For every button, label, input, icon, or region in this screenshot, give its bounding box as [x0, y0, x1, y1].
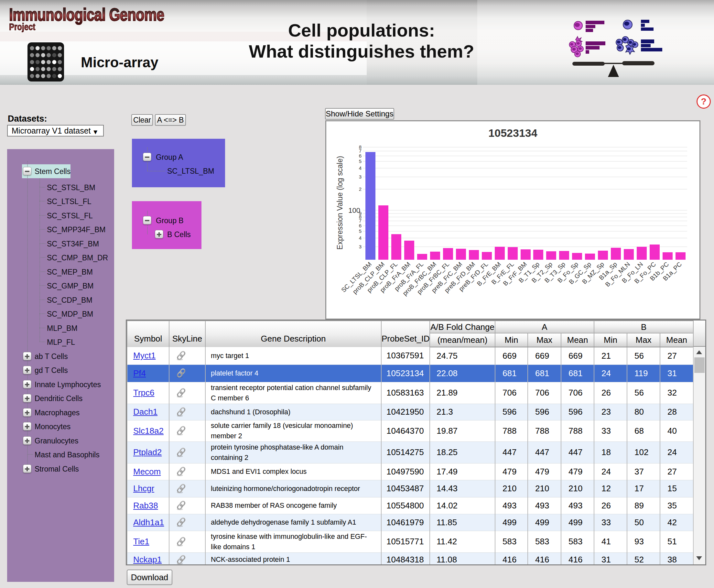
svg-text:10523134: 10523134	[488, 127, 537, 139]
svg-text:5: 5	[359, 159, 362, 164]
svg-text:6: 6	[359, 223, 362, 228]
svg-text:4: 4	[359, 235, 362, 240]
svg-text:2: 2	[359, 186, 362, 192]
svg-text:100: 100	[348, 206, 360, 214]
svg-text:5: 5	[359, 228, 362, 234]
svg-text:4: 4	[359, 165, 362, 171]
svg-text:3: 3	[359, 244, 362, 249]
svg-text:Expression Value (log scale): Expression Value (log scale)	[336, 156, 344, 250]
svg-text:6: 6	[359, 153, 362, 159]
svg-text:3: 3	[359, 174, 362, 180]
